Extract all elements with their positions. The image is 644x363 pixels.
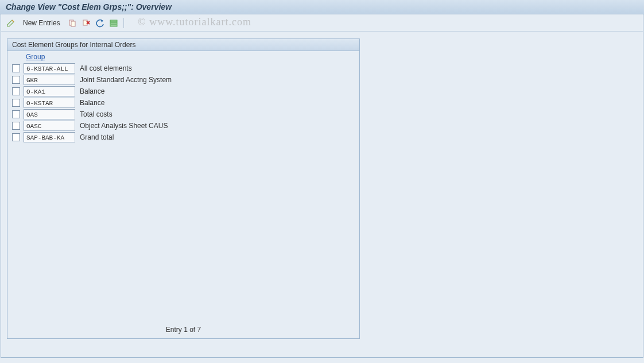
table-row: O-KSTARBalance (12, 97, 355, 109)
entry-status: Entry 1 of 7 (7, 326, 359, 334)
select-all-icon[interactable] (108, 18, 119, 28)
table-row: GKRJoint Standard Acctng System (12, 74, 355, 86)
row-select-checkbox[interactable] (12, 99, 20, 107)
table-row: 6-KSTAR-ALLAll cost elements (12, 63, 355, 74)
toolbar: New Entries (1, 14, 643, 32)
group-description: Balance (79, 99, 104, 107)
group-code-field[interactable]: OASC (24, 121, 75, 131)
group-code-field[interactable]: O-KSTAR (24, 98, 75, 108)
column-header-group[interactable]: Group (26, 53, 45, 61)
row-select-checkbox[interactable] (12, 64, 20, 72)
content-area: Cost Element Groups for Internal Orders … (1, 32, 643, 346)
row-select-checkbox[interactable] (12, 76, 20, 84)
table-row: OASTotal costs (12, 109, 355, 120)
toolbar-separator (123, 18, 124, 28)
group-code-field[interactable]: GKR (24, 75, 75, 85)
group-description: Joint Standard Acctng System (79, 76, 172, 84)
table-row: O-KA1Balance (12, 86, 355, 97)
column-header-row: Group (7, 51, 359, 63)
new-entries-button[interactable]: New Entries (20, 18, 64, 28)
group-code-field[interactable]: 6-KSTAR-ALL (24, 63, 75, 74)
copy-as-icon[interactable] (67, 18, 77, 28)
svg-rect-1 (71, 21, 75, 26)
panel-body: Group 6-KSTAR-ALLAll cost elementsGKRJoi… (7, 51, 359, 338)
row-select-checkbox[interactable] (12, 133, 20, 141)
row-select-checkbox[interactable] (12, 122, 20, 130)
svg-rect-8 (110, 25, 117, 26)
group-description: Grand total (79, 133, 114, 141)
panel-cost-element-groups: Cost Element Groups for Internal Orders … (7, 38, 360, 339)
page-title-text: Change View "Cost Elem Grps;;": Overview (6, 2, 172, 11)
page-title: Change View "Cost Elem Grps;;": Overview (0, 0, 644, 14)
undo-change-icon[interactable] (95, 18, 105, 28)
group-description: All cost elements (79, 64, 132, 72)
row-select-checkbox[interactable] (12, 87, 20, 95)
svg-rect-6 (110, 20, 117, 22)
group-code-field[interactable]: O-KA1 (24, 86, 75, 96)
svg-rect-2 (83, 20, 87, 25)
row-select-checkbox[interactable] (12, 110, 20, 118)
panel-header: Cost Element Groups for Internal Orders (7, 39, 359, 51)
main-frame: New Entries © www.tutorialkart.com Cost … (1, 14, 643, 358)
group-code-field[interactable]: OAS (24, 109, 75, 119)
group-description: Total costs (79, 110, 112, 118)
group-description: Object Analysis Sheet CAUS (79, 122, 168, 130)
table-row: OASCObject Analysis Sheet CAUS (12, 120, 355, 132)
svg-marker-5 (101, 20, 103, 22)
table-row: SAP-BAB-KAGrand total (12, 132, 355, 143)
toggle-display-change-icon[interactable] (6, 18, 16, 28)
group-description: Balance (79, 87, 104, 95)
delete-icon[interactable] (81, 18, 91, 28)
rows-container: 6-KSTAR-ALLAll cost elementsGKRJoint Sta… (7, 63, 359, 143)
group-code-field[interactable]: SAP-BAB-KA (24, 132, 75, 142)
svg-rect-7 (110, 22, 117, 24)
